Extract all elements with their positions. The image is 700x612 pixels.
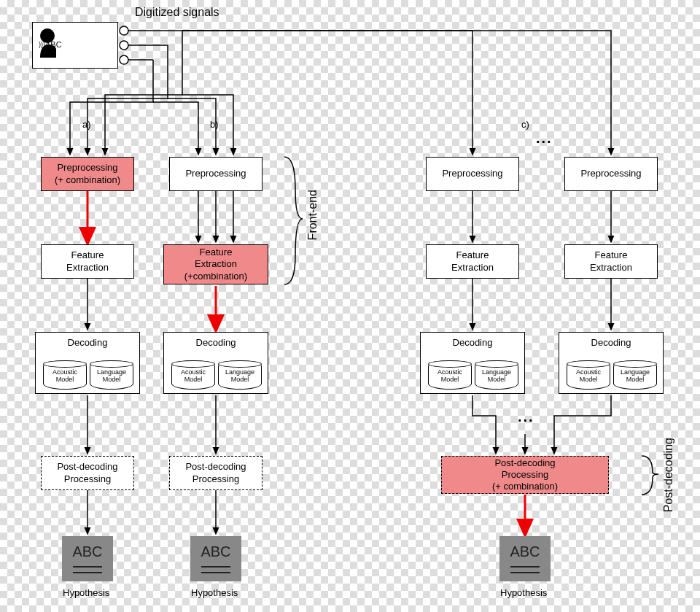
c1-language-model: Language Model <box>475 360 518 390</box>
a-language-model: Language Model <box>90 360 133 390</box>
svg-point-2 <box>120 55 128 64</box>
diagram-connectors <box>0 0 700 612</box>
c1-decoding-box: Decoding Acoustic Model Language Model <box>420 332 525 394</box>
c-postdecoding-box: Post-decoding Processing (+ combination) <box>441 456 609 494</box>
b-decoding-box: Decoding Acoustic Model Language Model <box>163 332 268 394</box>
c2-preprocessing-box: Preprocessing <box>564 157 658 191</box>
c-output-text: ABC <box>510 543 540 561</box>
b-preprocessing-box: Preprocessing <box>169 157 262 191</box>
a-decoding-label: Decoding <box>68 337 108 349</box>
b-hypothesis-label: Hypothesis <box>191 587 238 598</box>
c-output-box: ABC <box>499 536 551 581</box>
b-acoustic-model: Acoustic Model <box>171 360 215 390</box>
svg-point-1 <box>120 41 128 50</box>
c1-preprocessing-box: Preprocessing <box>426 157 519 191</box>
c-hypothesis-label: Hypothesis <box>500 587 547 598</box>
a-output-text: ABC <box>72 543 102 561</box>
c2-acoustic-model: Acoustic Model <box>567 360 610 390</box>
column-c-label: c) <box>521 119 529 130</box>
c1-acoustic-model: Acoustic Model <box>428 360 472 390</box>
a-postdecoding-box: Post-decoding Processing <box>41 456 134 490</box>
b-output-text: ABC <box>201 543 230 561</box>
speaker-box: ))) ABC <box>32 22 118 69</box>
c2-feature-box: Feature Extraction <box>564 244 658 279</box>
b-feature-box: Feature Extraction (+combination) <box>163 244 268 284</box>
b-postdecoding-box: Post-decoding Processing <box>169 456 262 490</box>
svg-point-0 <box>120 26 128 35</box>
a-output-box: ABC <box>62 536 113 581</box>
a-acoustic-model: Acoustic Model <box>43 360 87 390</box>
a-preprocessing-box: Preprocessing (+ combination) <box>41 157 134 191</box>
a-hypothesis-label: Hypothesis <box>63 587 109 598</box>
b-decoding-label: Decoding <box>196 337 236 349</box>
c1-feature-box: Feature Extraction <box>426 244 519 279</box>
column-a-label: a) <box>82 119 91 130</box>
frontend-label: Front-end <box>306 190 319 240</box>
ellipsis-mid: ... <box>518 408 534 425</box>
c2-decoding-box: Decoding Acoustic Model Language Model <box>559 332 664 394</box>
b-output-box: ABC <box>190 536 241 581</box>
person-speaking-icon <box>33 23 69 59</box>
b-language-model: Language Model <box>218 360 262 390</box>
digitized-signals-label: Digitized signals <box>135 6 219 19</box>
a-decoding-box: Decoding Acoustic Model Language Model <box>35 332 140 394</box>
column-b-label: b) <box>210 119 219 130</box>
c1-decoding-label: Decoding <box>453 337 493 349</box>
ellipsis-top: ... <box>536 130 553 147</box>
postdecoding-label: Post-decoding <box>662 438 675 512</box>
c2-language-model: Language Model <box>613 360 657 390</box>
a-feature-box: Feature Extraction <box>41 244 134 279</box>
c2-decoding-label: Decoding <box>591 337 631 349</box>
